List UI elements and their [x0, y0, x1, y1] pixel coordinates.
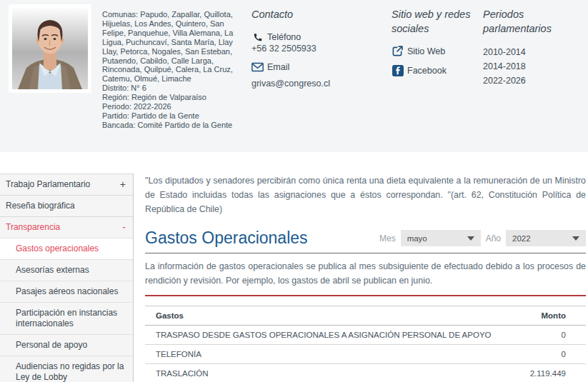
period-item: 2010-2014 [483, 45, 569, 59]
external-link-icon [392, 45, 404, 57]
sidebar-item-audiencias-lobby[interactable]: Audiencias no regidas por la Ley de Lobb… [0, 356, 133, 382]
website-label: Sitio Web [407, 46, 445, 56]
period-item: 2014-2018 [483, 59, 569, 74]
phone-number: +56 32 2505933 [251, 44, 366, 54]
main-content: "Los diputados y senadores percibirán co… [145, 174, 586, 382]
web-social-heading: Sitio web y redes sociales [392, 7, 472, 36]
expenses-table: Gastos Monto TRASPASO DESDE GASTOS OPERA… [145, 306, 586, 382]
cell-gasto: TRASPASO DESDE GASTOS OPERACIONALES A AS… [156, 331, 492, 339]
chevron-down-icon [572, 236, 579, 241]
info-bancada: Bancada: Comité Partido de la Gente [102, 121, 244, 130]
sidebar-item-label: Personal de apoyo [16, 340, 87, 351]
table-row: TELEFONÍA 0 [145, 345, 586, 364]
facebook-label: Facebook [407, 66, 447, 76]
sidebar-item-label: Pasajes aéreos nacionales [16, 286, 118, 297]
year-select[interactable]: 2022 [506, 230, 586, 246]
month-label: Mes [379, 233, 396, 243]
profile-sidebar: Trabajo Parlamentario + Reseña biográfic… [0, 174, 134, 382]
contact-heading: Contacto [251, 7, 366, 21]
collapse-icon[interactable]: - [122, 222, 126, 233]
periods-heading: Periodos parlamentarios [483, 7, 569, 36]
phone-label: Teléfono [267, 32, 301, 42]
period-filters: Mes mayo Año 2022 [379, 230, 586, 246]
publication-note: La información de gastos operacionales s… [145, 253, 586, 296]
sidebar-item-label: Participación en instancias internaciona… [16, 308, 126, 329]
page-title: Gastos Operacionales [145, 228, 308, 248]
year-label: Año [486, 233, 501, 243]
constitution-quote: "Los diputados y senadores percibirán co… [145, 174, 586, 216]
deputy-info: Comunas: Papudo, Zapallar, Quillota, Hij… [102, 10, 244, 130]
sidebar-item-label: Gastos operacionales [16, 243, 99, 254]
sidebar-item-label: Trabajo Parlamentario [6, 179, 90, 190]
website-link[interactable]: Sitio Web [392, 45, 472, 57]
sidebar-item-label: Asesorías externas [16, 265, 89, 276]
sidebar-item-participacion-internacional[interactable]: Participación en instancias internaciona… [0, 302, 133, 334]
periods-section: Periodos parlamentarios 2010-2014 2014-2… [483, 7, 569, 88]
cell-monto: 0 [562, 331, 566, 339]
sidebar-item-label: Audiencias no regidas por la Ley de Lobb… [16, 361, 126, 382]
sidebar-item-gastos-operacionales[interactable]: Gastos operacionales [0, 238, 133, 259]
period-item: 2022-2026 [483, 74, 569, 88]
info-distrito: Distrito: N° 6 [102, 84, 244, 93]
sidebar-item-trabajo-parlamentario[interactable]: Trabajo Parlamentario + [0, 174, 133, 195]
email-label: Email [267, 62, 289, 72]
sidebar-item-personal-apoyo[interactable]: Personal de apoyo [0, 334, 133, 356]
info-comunas: Comunas: Papudo, Zapallar, Quillota, Hij… [102, 10, 244, 84]
sidebar-item-pasajes-aereos[interactable]: Pasajes aéreos nacionales [0, 281, 133, 302]
phone-link[interactable]: Teléfono [251, 31, 366, 43]
sidebar-item-asesorias-externas[interactable]: Asesorías externas [0, 259, 133, 281]
table-row: TRASPASO DESDE GASTOS OPERACIONALES A AS… [145, 326, 586, 345]
chevron-down-icon [467, 236, 474, 241]
cell-monto: 0 [562, 350, 566, 358]
deputy-portrait-illustration [12, 8, 88, 89]
cell-monto: 2.119.449 [530, 369, 566, 378]
phone-icon [251, 31, 264, 43]
profile-header: Comunas: Papudo, Zapallar, Quillota, Hij… [0, 0, 588, 152]
info-partido: Partido: Partido de la Gente [102, 111, 244, 121]
sidebar-item-resena-biografica[interactable]: Reseña biográfica [0, 195, 133, 216]
table-header-row: Gastos Monto [145, 306, 586, 326]
facebook-icon [392, 64, 404, 76]
contact-section: Contacto Teléfono +56 32 2505933 Email g… [251, 7, 366, 89]
sidebar-item-label: Reseña biográfica [6, 201, 75, 211]
email-icon [251, 61, 264, 73]
year-select-value: 2022 [512, 234, 531, 243]
deputy-photo [9, 4, 91, 93]
web-social-section: Sitio web y redes sociales Sitio Web Fac… [392, 7, 472, 76]
expand-icon[interactable]: + [120, 179, 126, 190]
cell-gasto: TELEFONÍA [156, 350, 201, 358]
col-header-gastos: Gastos [156, 311, 184, 320]
facebook-link[interactable]: Facebook [392, 64, 472, 76]
month-select-value: mayo [407, 234, 427, 243]
info-region: Región: Región de Valparaíso [102, 93, 244, 102]
info-periodo: Periodo: 2022-2026 [102, 102, 244, 111]
month-select[interactable]: mayo [401, 230, 481, 246]
table-row: TRASLACIÓN 2.119.449 [145, 364, 586, 382]
col-header-monto: Monto [542, 311, 566, 320]
cell-gasto: TRASLACIÓN [156, 369, 209, 378]
email-link[interactable]: Email [251, 61, 366, 73]
email-address[interactable]: grivas@congreso.cl [251, 79, 366, 89]
sidebar-item-label: Transparencia [6, 222, 60, 233]
sidebar-item-transparencia[interactable]: Transparencia - [0, 216, 133, 238]
